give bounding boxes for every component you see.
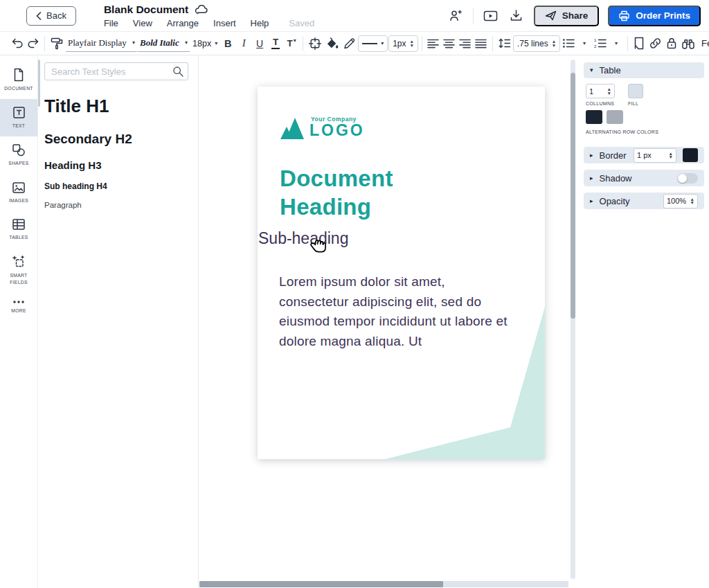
style-title-h1[interactable]: Title H1 <box>44 96 188 117</box>
opacity-stepper[interactable]: 100% ▲▼ <box>663 194 698 208</box>
row-color-gray-swatch[interactable] <box>607 110 623 124</box>
align-center-icon[interactable] <box>442 35 457 53</box>
menu-insert[interactable]: Insert <box>213 18 236 28</box>
shadow-section-header[interactable]: ▸ Shadow <box>584 170 704 186</box>
undo-icon[interactable] <box>10 35 25 53</box>
font-family-select[interactable]: Playfair Display ▾ <box>66 35 137 52</box>
svg-text:1: 1 <box>594 38 597 42</box>
redo-icon[interactable] <box>26 35 41 53</box>
align-justify-icon[interactable] <box>474 35 489 53</box>
send-icon <box>545 10 557 21</box>
feature-find-label[interactable]: Feature Find <box>701 38 709 48</box>
link-icon[interactable] <box>647 35 663 53</box>
panel-scrollbar-thumb[interactable] <box>38 60 40 107</box>
horizontal-scrollbar-thumb[interactable] <box>199 581 443 587</box>
page-icon[interactable] <box>631 35 647 53</box>
topbar-actions: Share Order Prints <box>447 6 709 26</box>
sidebar-item-document[interactable]: DOCUMENT <box>0 61 37 99</box>
sidebar-item-shapes[interactable]: SHAPES <box>0 136 37 174</box>
canvas[interactable]: Your Company LOGO Document Heading Sub-h… <box>199 55 579 588</box>
title-block: Blank Document File View Arrange Insert … <box>104 3 314 28</box>
vertical-scrollbar[interactable] <box>571 60 575 579</box>
border-section-header[interactable]: ▸ Border 1 px ▲▼ <box>584 147 704 163</box>
vertical-scrollbar-thumb[interactable] <box>571 73 575 319</box>
download-icon[interactable] <box>508 8 525 24</box>
sidebar-item-smart-fields[interactable]: SMART FIELDS <box>0 248 37 293</box>
stroke-width-value: 1px <box>393 39 406 48</box>
document-heading-text[interactable]: Document Heading <box>280 164 460 221</box>
font-style-select[interactable]: Bold Italic ▾ <box>138 35 190 52</box>
back-button[interactable]: Back <box>26 6 76 26</box>
font-family-value: Playfair Display <box>68 37 129 48</box>
caret-down-icon: ▾ <box>590 67 593 73</box>
table-section-header[interactable]: ▾ Table <box>584 62 704 78</box>
horizontal-scrollbar[interactable] <box>199 581 568 587</box>
document-subheading-text[interactable]: Sub-heading <box>258 229 348 248</box>
pen-icon[interactable] <box>341 35 357 53</box>
style-subheading-h4[interactable]: Sub heading H4 <box>44 181 188 191</box>
numbered-list-icon[interactable]: 12 <box>593 35 608 53</box>
fill-bucket-icon[interactable] <box>324 35 341 53</box>
text-color-button[interactable]: T <box>268 35 283 53</box>
border-color-swatch[interactable] <box>683 148 698 162</box>
line-spacing-stepper[interactable]: .75 lines ▲▼ <box>513 35 560 52</box>
table-controls-row: 1 ▲▼ COLLUMNS FILL <box>584 78 704 109</box>
style-heading-h3[interactable]: Heading H3 <box>44 159 188 171</box>
style-secondary-h2[interactable]: Secondary H2 <box>44 132 188 147</box>
share-button[interactable]: Share <box>534 6 600 26</box>
align-right-icon[interactable] <box>458 35 473 53</box>
bold-button[interactable]: B <box>220 35 235 53</box>
font-size-select[interactable]: 18px ▾ <box>190 35 219 52</box>
fill-color-swatch[interactable] <box>628 84 643 98</box>
sidebar-item-images[interactable]: IMAGES <box>0 175 37 211</box>
video-icon[interactable] <box>483 8 499 24</box>
line-style-icon <box>362 43 377 44</box>
line-spacing-icon[interactable] <box>496 35 512 53</box>
binoculars-icon[interactable] <box>680 35 697 53</box>
order-prints-button[interactable]: Order Prints <box>608 6 701 26</box>
menu-file[interactable]: File <box>104 18 118 28</box>
sidebar-item-more[interactable]: MORE <box>0 293 37 321</box>
italic-button[interactable]: I <box>236 35 251 53</box>
line-spacing-value: .75 lines <box>517 39 548 48</box>
align-left-icon[interactable] <box>426 35 441 53</box>
style-paragraph[interactable]: Paragraph <box>44 201 188 209</box>
opacity-label: Opacity <box>600 196 630 206</box>
columns-stepper[interactable]: 1 ▲▼ <box>586 84 615 98</box>
columns-value: 1 <box>589 87 593 96</box>
logo-name: LOGO <box>309 123 365 139</box>
line-style-select[interactable]: ▾ <box>358 35 388 52</box>
toolbar-divider <box>627 36 628 51</box>
chevron-down-icon: ▾ <box>185 40 188 46</box>
border-icon[interactable] <box>307 35 323 53</box>
table-section-label: Table <box>600 65 621 75</box>
sidebar-item-tables[interactable]: TABLES <box>0 211 37 248</box>
menu-view[interactable]: View <box>133 18 152 28</box>
search-input[interactable] <box>44 62 188 80</box>
company-logo[interactable]: Your Company LOGO <box>280 116 365 139</box>
search-icon <box>172 66 183 77</box>
shadow-toggle[interactable] <box>677 173 698 184</box>
add-user-icon[interactable] <box>447 8 464 24</box>
more-icon <box>12 300 25 304</box>
bullet-list-options-icon[interactable]: ▾ <box>577 35 592 53</box>
border-width-stepper[interactable]: 1 px ▲▼ <box>634 148 676 163</box>
bullet-list-icon[interactable] <box>561 35 576 53</box>
document-paragraph-text[interactable]: Lorem ipsum dolor sit amet, consectetur … <box>279 272 510 351</box>
fill-label: FILL <box>628 101 643 106</box>
text-options-button[interactable]: T▾ <box>284 35 299 53</box>
opacity-section-header[interactable]: ▸ Opacity 100% ▲▼ <box>584 193 704 209</box>
menu-arrange[interactable]: Arrange <box>167 18 199 28</box>
caret-right-icon: ▸ <box>590 198 593 204</box>
menu-help[interactable]: Help <box>251 18 269 28</box>
numbered-list-options-icon[interactable]: ▾ <box>609 35 624 53</box>
sidebar-item-text[interactable]: TEXT <box>0 99 37 136</box>
document-page[interactable]: Your Company LOGO Document Heading Sub-h… <box>258 87 545 459</box>
row-color-dark-swatch[interactable] <box>586 110 602 124</box>
stroke-width-stepper[interactable]: 1px ▲▼ <box>388 35 418 52</box>
saved-status: Saved <box>289 18 314 28</box>
text-styles-panel: Title H1 Secondary H2 Heading H3 Sub hea… <box>38 55 199 588</box>
underline-button[interactable]: U <box>252 35 267 53</box>
format-painter-icon[interactable] <box>48 35 65 53</box>
lock-icon[interactable] <box>664 35 679 53</box>
